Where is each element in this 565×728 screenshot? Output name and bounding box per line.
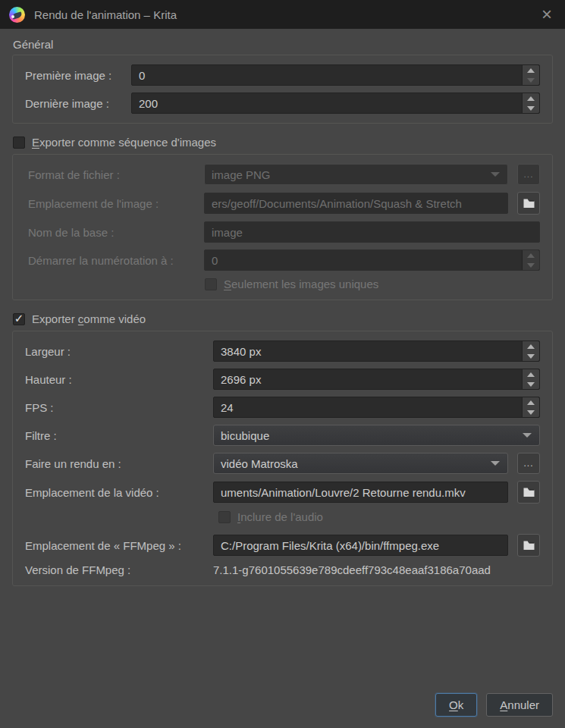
height-row: Hauteur : 2696 px — [25, 369, 540, 390]
image-sequence-groupbox: Format de fichier : image PNG ... Emplac… — [12, 154, 553, 300]
spin-down-button[interactable] — [523, 103, 539, 113]
filter-select[interactable]: bicubique — [213, 425, 540, 446]
video-location-row: Emplacement de la vidéo : uments/Animati… — [25, 481, 540, 504]
include-audio-label: Inclure de l'audio — [237, 510, 323, 523]
width-row: Largeur : 3840 px — [25, 340, 540, 362]
folder-icon — [523, 487, 535, 498]
spin-down-button[interactable] — [523, 379, 539, 389]
titlebar: Rendu de l'animation – Krita × — [0, 0, 565, 29]
window-title: Rendu de l'animation – Krita — [34, 8, 529, 21]
width-label: Largeur : — [25, 345, 213, 358]
arrow-up-icon — [527, 344, 535, 349]
base-name-row: Nom de la base : image — [28, 221, 540, 243]
arrow-down-icon — [527, 263, 535, 268]
spin-up-button[interactable] — [523, 65, 539, 75]
image-location-row: Emplacement de l'image : ers/geoff/Docum… — [28, 192, 540, 215]
general-groupbox: Première image : 0 Dernière image : 200 — [12, 55, 553, 124]
fps-label: FPS : — [25, 401, 213, 414]
last-frame-label: Dernière image : — [25, 97, 131, 110]
folder-icon — [523, 198, 535, 209]
video-location-label: Emplacement de la vidéo : — [25, 486, 213, 499]
ok-button[interactable]: Ok — [435, 693, 477, 717]
start-numbering-value: 0 — [212, 254, 218, 267]
spin-down-button[interactable] — [523, 75, 539, 85]
ffmpeg-version-row: Version de FFMpeg : 7.1.1-g7601055639e78… — [25, 563, 540, 576]
start-numbering-spin-buttons — [522, 250, 539, 270]
ffmpeg-location-label: Emplacement de « FFMpeg » : — [25, 539, 213, 552]
dialog-content: Général Première image : 0 Dernière imag… — [0, 29, 565, 684]
arrow-up-icon — [527, 68, 535, 73]
video-groupbox: Largeur : 3840 px Hauteur : 2696 px — [12, 331, 553, 586]
arrow-up-icon — [527, 400, 535, 405]
base-name-input: image — [204, 221, 540, 243]
filter-label: Filtre : — [25, 429, 213, 442]
fps-input[interactable]: 24 — [213, 397, 540, 418]
spin-up-button[interactable] — [523, 369, 539, 379]
spin-up-button[interactable] — [523, 397, 539, 407]
file-format-select: image PNG — [204, 164, 508, 185]
chevron-down-icon — [491, 461, 500, 466]
video-location-value: uments/Animation/Louvre/2 Retourne rendu… — [221, 486, 466, 499]
dialog-button-bar: Ok Annuler — [0, 684, 565, 728]
start-numbering-input: 0 — [204, 249, 540, 271]
ffmpeg-location-input[interactable]: C:/Program Files/Krita (x64)/bin/ffmpeg.… — [213, 535, 508, 556]
ffmpeg-location-row: Emplacement de « FFMpeg » : C:/Program F… — [25, 534, 540, 557]
spin-up-button — [523, 250, 539, 260]
width-spin-buttons — [522, 341, 539, 361]
arrow-down-icon — [527, 106, 535, 111]
video-section-toggle[interactable]: ✓ Exporter comme vidéo — [13, 312, 553, 325]
file-format-value: image PNG — [212, 168, 271, 181]
first-frame-spin-buttons — [522, 65, 539, 85]
arrow-down-icon — [527, 354, 535, 359]
render-as-select[interactable]: vidéo Matroska — [213, 453, 508, 474]
file-format-more-button: ... — [517, 164, 540, 185]
fps-row: FPS : 24 — [25, 397, 540, 418]
height-spin-buttons — [522, 369, 539, 389]
first-frame-value: 0 — [139, 69, 145, 82]
unique-frames-checkbox: ✓ — [205, 278, 217, 290]
last-frame-value: 200 — [139, 97, 158, 110]
height-value: 2696 px — [221, 373, 261, 386]
cancel-button[interactable]: Annuler — [486, 693, 553, 717]
arrow-down-icon — [527, 382, 535, 387]
height-label: Hauteur : — [25, 373, 213, 386]
width-input[interactable]: 3840 px — [213, 340, 540, 362]
base-name-label: Nom de la base : — [28, 226, 204, 239]
video-location-browse-button[interactable] — [517, 481, 540, 504]
video-location-input[interactable]: uments/Animation/Louvre/2 Retourne rendu… — [213, 482, 508, 503]
general-group-title: Général — [13, 38, 553, 51]
video-section-label: Exporter comme vidéo — [32, 312, 146, 325]
arrow-up-icon — [527, 96, 535, 101]
last-frame-spin-buttons — [522, 93, 539, 113]
first-frame-row: Première image : 0 — [25, 64, 540, 86]
render-as-more-button[interactable]: ... — [517, 453, 540, 474]
file-format-label: Format de fichier : — [28, 168, 204, 181]
close-button[interactable]: × — [529, 0, 565, 29]
spin-down-button[interactable] — [523, 351, 539, 361]
last-frame-row: Dernière image : 200 — [25, 93, 540, 114]
chevron-down-icon — [491, 172, 500, 177]
first-frame-input[interactable]: 0 — [131, 64, 540, 86]
ellipsis-icon: ... — [523, 458, 533, 469]
last-frame-input[interactable]: 200 — [131, 93, 540, 114]
ffmpeg-location-browse-button[interactable] — [517, 534, 540, 557]
close-icon: × — [541, 5, 552, 24]
spin-up-button[interactable] — [523, 93, 539, 103]
spin-up-button[interactable] — [523, 341, 539, 351]
unique-frames-label: Seulement les images uniques — [224, 278, 378, 290]
width-value: 3840 px — [221, 345, 261, 358]
arrow-up-icon — [527, 372, 535, 377]
height-input[interactable]: 2696 px — [213, 369, 540, 390]
filter-row: Filtre : bicubique — [25, 425, 540, 446]
fps-value: 24 — [221, 401, 234, 414]
ffmpeg-version-label: Version de FFMpeg : — [25, 563, 213, 576]
image-location-label: Emplacement de l'image : — [28, 197, 204, 210]
image-sequence-section-toggle[interactable]: ✓ Exporter comme séquence d'images — [13, 136, 553, 149]
arrow-down-icon — [527, 78, 535, 83]
image-sequence-checkbox[interactable]: ✓ — [13, 136, 25, 149]
spin-down-button[interactable] — [523, 407, 539, 417]
chevron-down-icon — [523, 433, 532, 438]
video-checkbox[interactable]: ✓ — [13, 313, 25, 325]
render-as-label: Faire un rendu en : — [25, 457, 213, 470]
checkmark-icon: ✓ — [14, 312, 24, 324]
